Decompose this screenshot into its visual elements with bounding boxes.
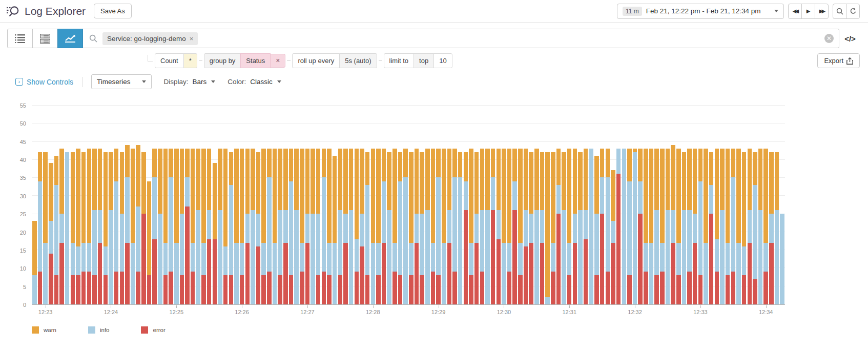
chart-bar[interactable] [365,152,370,304]
rollup-label-pill[interactable]: roll up every [292,53,340,68]
chart-bar[interactable] [403,149,408,304]
chart-bar[interactable] [360,149,364,304]
chart-bar[interactable] [81,152,86,304]
chart-bar[interactable] [223,149,228,304]
chart-bar[interactable] [698,149,703,304]
chart-bar[interactable] [545,152,550,304]
chart-bar[interactable] [169,149,173,304]
chart-bar[interactable] [464,152,468,304]
chart-bar[interactable] [562,152,566,304]
chart-bar[interactable] [709,152,714,304]
remove-filter-icon[interactable]: × [190,35,194,43]
chart-bar[interactable] [775,152,779,304]
chart-bar[interactable] [174,149,179,304]
chart-bar[interactable] [529,152,533,304]
export-button[interactable]: Export [817,53,860,68]
chart-bar[interactable] [425,149,430,304]
chart-bar[interactable] [158,149,162,304]
chart-bar[interactable] [256,152,261,304]
chart-bar[interactable] [485,149,490,304]
chart-bar[interactable] [736,149,741,304]
chart-bar[interactable] [742,152,747,304]
chart-bar[interactable] [54,156,59,304]
chart-bar[interactable] [431,149,436,304]
chart-bar[interactable] [316,149,321,304]
chart-bar[interactable] [491,149,495,304]
chart-bar[interactable] [152,149,157,304]
chart-bar[interactable] [502,149,506,304]
display-select[interactable]: Bars [193,78,216,86]
chart-bar[interactable] [180,149,184,304]
chart-bar[interactable] [748,149,752,304]
chart-bar[interactable] [229,152,234,304]
chart-bar[interactable] [660,149,665,304]
chart-bar[interactable] [666,149,670,304]
chart-bar[interactable] [382,149,386,304]
chart-bar[interactable] [704,149,708,304]
clear-search-button[interactable]: ✕ [824,34,834,43]
chart-bar[interactable] [780,214,784,304]
chart-bar[interactable] [534,149,539,304]
rollup-value-pill[interactable]: 5s (auto) [339,53,377,68]
chart-bar[interactable] [92,149,97,304]
legend-item-info[interactable]: info [88,326,110,334]
chart-bar[interactable] [49,163,53,304]
chart-bar[interactable] [753,152,757,304]
code-view-button[interactable]: </> [839,29,861,48]
chart-bar[interactable] [338,149,343,304]
graph-type-select[interactable]: Timeseries [91,74,152,89]
chart-bar[interactable] [573,149,577,304]
chart-bar[interactable] [452,149,457,304]
chart-bar[interactable] [218,149,222,304]
chart-bar[interactable] [769,152,774,304]
limit-top-pill[interactable]: top [414,53,434,68]
chart-bar[interactable] [518,149,523,304]
limit-label-pill[interactable]: limit to [384,53,415,68]
legend-item-warn[interactable]: warn [32,326,56,334]
chart-bar[interactable] [654,149,659,304]
chart-bar[interactable] [600,149,605,304]
chart-bar[interactable] [120,152,125,304]
chart-bar[interactable] [343,149,348,304]
chart-bar[interactable] [305,149,310,304]
zoom-out-button[interactable] [833,4,846,19]
chart-bar[interactable] [627,149,632,304]
chart-bar[interactable] [294,149,299,304]
chart-bar[interactable] [594,156,599,304]
chart-bar[interactable] [447,149,452,304]
chart-bar[interactable] [245,149,250,304]
chart-bar[interactable] [469,149,473,304]
chart-bar[interactable] [136,145,140,304]
save-as-button[interactable]: Save As [94,4,132,18]
time-play-button[interactable]: ▶ [801,4,815,19]
chart-bar[interactable] [125,145,130,304]
remove-group-by-button[interactable]: × [270,54,285,68]
chart-bar[interactable] [551,152,555,304]
chart-bar[interactable] [283,149,288,304]
time-backward-button[interactable]: ◀◀ [788,4,802,19]
chart-bar[interactable] [267,149,272,304]
chart-bar[interactable] [589,149,594,304]
chart-bar[interactable] [59,149,64,304]
group-by-value-pill[interactable]: Status [240,53,271,68]
refresh-button[interactable] [846,4,860,19]
chart-bar[interactable] [371,149,376,304]
chart-bar[interactable] [578,152,583,304]
chart-bar[interactable] [693,149,697,304]
chart-bar[interactable] [191,149,195,304]
chart-bar[interactable] [349,149,354,304]
view-list-button[interactable] [7,29,33,48]
chart-bar[interactable] [251,149,255,304]
chart-bar[interactable] [540,152,545,304]
chart-bar[interactable] [524,149,528,304]
chart-bar[interactable] [671,145,675,304]
chart-bar[interactable] [567,149,572,304]
chart-bar[interactable] [458,152,463,304]
chart-bar[interactable] [234,149,239,304]
chart-bar[interactable] [726,149,730,304]
chart-bar[interactable] [497,149,501,304]
chart-bar[interactable] [420,152,424,304]
chart-bar[interactable] [387,152,391,304]
chart-bar[interactable] [322,149,326,304]
chart-bar[interactable] [98,149,102,304]
